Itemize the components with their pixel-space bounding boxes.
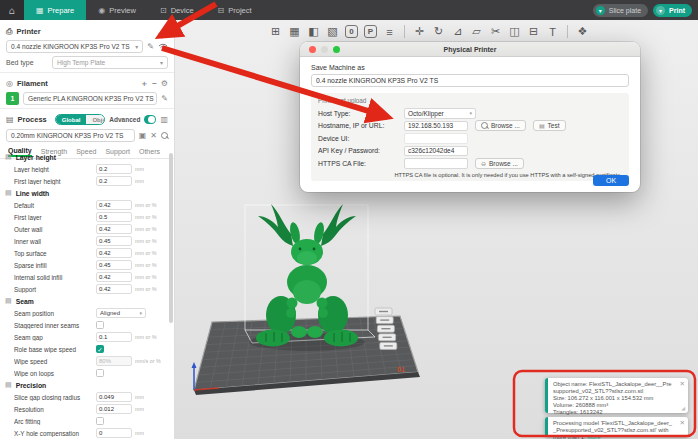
seam-position-select[interactable]: Aligned▾ — [96, 308, 146, 318]
save-preset-icon[interactable]: ▣ — [139, 131, 147, 140]
paint-icon[interactable]: ❖ — [574, 23, 591, 40]
option-list-icon[interactable]: ▥ — [160, 115, 168, 124]
clear-preset-icon[interactable]: ✕ — [150, 131, 157, 140]
param-row: Outer wall0.42mm or % — [0, 223, 168, 235]
filament-settings-gear-icon[interactable]: ⚙ — [161, 79, 168, 88]
move-icon[interactable]: ✛ — [411, 23, 428, 40]
zoom-window-icon[interactable] — [333, 46, 340, 53]
top-surface-input[interactable]: 0.42 — [96, 248, 132, 258]
notification-text: Processing model 'FlexiSTL_Jackalope_dee… — [553, 420, 672, 439]
close-icon[interactable]: ✕ — [680, 419, 685, 426]
home-button[interactable]: ⌂ — [0, 0, 24, 20]
first-layer-height-input[interactable]: 0.2 — [96, 176, 132, 186]
close-window-icon[interactable] — [309, 46, 316, 53]
resolution-input[interactable]: 0.012 — [96, 404, 132, 414]
printer-connection-icon[interactable] — [158, 42, 168, 51]
test-button[interactable]: ▤Test — [533, 120, 566, 131]
filament-preset-select[interactable]: Generic PLA KINGROON KP3S Pro V2 TS — [23, 92, 157, 105]
chevron-down-icon: ▾ — [139, 310, 142, 316]
print-button[interactable]: ▾ Print — [653, 4, 692, 17]
ca-file-input[interactable] — [404, 158, 468, 169]
host-type-select[interactable]: Octo/Klipper▾ — [404, 108, 476, 119]
layer-height-input[interactable]: 0.2 — [96, 164, 132, 174]
number-0-icon[interactable]: 0 — [345, 25, 358, 38]
printer-preset-select[interactable]: 0.4 nozzle KINGROON KP3S Pro V2 TS ▾ — [6, 40, 143, 53]
param-row: Slice gap closing radius0.049mm — [0, 391, 168, 403]
arc-fitting-checkbox[interactable] — [96, 417, 104, 425]
param-unit: mm — [132, 394, 168, 400]
minimize-window-icon[interactable] — [321, 46, 328, 53]
add-icon[interactable]: ⊞ — [267, 23, 284, 40]
global-segment[interactable]: Global — [56, 115, 87, 124]
auto-orient-icon[interactable]: ◧ — [305, 23, 322, 40]
edit-preset-icon[interactable]: ✎ — [147, 42, 154, 51]
slice-gap-closing-radius-input[interactable]: 0.049 — [96, 392, 132, 402]
first-layer-input[interactable]: 0.5 — [96, 212, 132, 222]
text-icon[interactable]: T — [544, 23, 561, 40]
tab-preview[interactable]: ◉Preview — [86, 0, 148, 20]
wipe-speed-input[interactable]: 80% — [96, 356, 132, 366]
layers-icon[interactable]: ≡ — [381, 23, 398, 40]
device-ui-label: Device UI: — [318, 135, 404, 142]
seam-gap-input[interactable]: 0.1 — [96, 332, 132, 342]
close-icon[interactable]: ✕ — [680, 380, 685, 387]
bed-type-select[interactable]: High Temp Plate ▾ — [52, 56, 168, 69]
param-row: Support0.42mm or % — [0, 283, 168, 295]
flatten-icon[interactable]: ▱ — [468, 23, 485, 40]
sparse-infill-input[interactable]: 0.45 — [96, 260, 132, 270]
bed-type-value: High Temp Plate — [57, 59, 105, 66]
scale-icon[interactable]: ⊿ — [449, 23, 466, 40]
split-parts-icon[interactable]: ⊟ — [525, 23, 542, 40]
support-input[interactable]: 0.42 — [96, 284, 132, 294]
dialog-title-bar[interactable]: Physical Printer — [300, 42, 640, 57]
outer-wall-input[interactable]: 0.42 — [96, 224, 132, 234]
printer-settings-gear-icon[interactable]: ⚙ — [161, 27, 168, 36]
global-objects-switch[interactable]: Global Objects — [55, 114, 106, 125]
api-key-input[interactable]: c326c12042de4 — [404, 146, 468, 157]
param-label: Arc fitting — [14, 418, 96, 425]
plate-number-label: 01 — [397, 366, 405, 373]
search-settings-icon[interactable] — [161, 132, 168, 139]
role-base-wipe-speed-checkbox[interactable]: ✓ — [96, 345, 104, 353]
x-y-hole-compensation-input[interactable]: 0 — [96, 428, 132, 438]
advanced-toggle[interactable] — [144, 115, 156, 124]
add-filament-icon[interactable]: ＋ — [140, 78, 148, 89]
param-label: Internal solid infill — [14, 274, 96, 281]
edit-filament-icon[interactable]: ✎ — [161, 94, 168, 103]
staggered-inner-seams-checkbox[interactable] — [96, 321, 104, 329]
ok-button[interactable]: OK — [593, 175, 629, 186]
host-type-value: Octo/Klipper — [408, 110, 444, 117]
tab-device[interactable]: ⊡Device — [148, 0, 206, 20]
cut-icon[interactable]: ✂ — [487, 23, 504, 40]
browse-button[interactable]: Browse ... — [475, 120, 526, 131]
slice-dropdown-icon[interactable]: ▾ — [596, 6, 605, 15]
filament-color-swatch[interactable]: 1 — [6, 92, 19, 105]
param-unit: mm — [132, 406, 168, 412]
split-objects-icon[interactable]: ◫ — [506, 23, 523, 40]
hostname-input[interactable]: 192.168.50.193 — [404, 121, 468, 132]
rotate-icon[interactable]: ↻ — [430, 23, 447, 40]
tab-project[interactable]: ⊟Project — [206, 0, 264, 20]
add-plate-icon[interactable]: ▦ — [286, 23, 303, 40]
sidebar-scrollbar[interactable] — [169, 153, 173, 323]
inner-wall-input[interactable]: 0.45 — [96, 236, 132, 246]
tab-prepare[interactable]: ▦Prepare — [24, 0, 86, 20]
print-dropdown-icon[interactable]: ▾ — [656, 6, 665, 15]
process-preset-select[interactable]: 0.20mm KINGROON KP3S Pro V2 TS — [6, 129, 135, 142]
arrange-icon[interactable]: ▧ — [324, 23, 341, 40]
remove-filament-icon[interactable]: − — [152, 79, 157, 88]
default-input[interactable]: 0.42 — [96, 200, 132, 210]
section-seam: ▤Seam — [0, 295, 168, 307]
param-row: Internal solid infill0.42mm or % — [0, 271, 168, 283]
wipe-on-loops-checkbox[interactable] — [96, 369, 104, 377]
more-link[interactable]: More — [587, 434, 600, 439]
machine-name-input[interactable]: 0.4 nozzle KINGROON KP3S Pro V2 TS — [311, 74, 629, 87]
toolbar-divider — [404, 25, 405, 38]
ca-browse-button[interactable]: ⊖Browse ... — [475, 158, 524, 169]
internal-solid-infill-input[interactable]: 0.42 — [96, 272, 132, 282]
slice-plate-button[interactable]: ▾ Slice plate — [593, 4, 648, 17]
section-line-width: ▤Line width — [0, 187, 168, 199]
objects-segment[interactable]: Objects — [86, 115, 105, 124]
letter-p-icon[interactable]: P — [364, 25, 377, 38]
device-ui-input[interactable] — [404, 133, 468, 144]
